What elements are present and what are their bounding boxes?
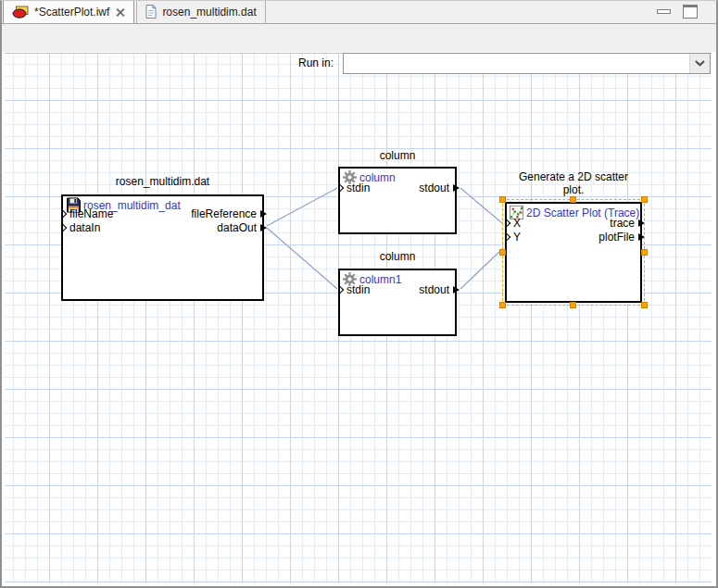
- output-arrow-icon: [260, 210, 267, 218]
- selection-handle-bottom-left[interactable]: [499, 302, 506, 308]
- port-label: Y: [513, 231, 521, 244]
- output-port-fileReference[interactable]: fileReference: [191, 207, 262, 220]
- workflow-canvas[interactable]: rosen_multidim.dat rosen_multidim_dat: [5, 53, 712, 583]
- tab-rosen-multidim-dat[interactable]: rosen_multidim.dat: [136, 0, 265, 23]
- output-arrow-icon: [638, 219, 645, 227]
- selection-handle-top-right[interactable]: [641, 196, 648, 203]
- input-arrow-icon: [503, 219, 510, 227]
- selection-handle-mid-left[interactable]: [499, 249, 506, 256]
- node-caption: rosen_multidim.dat: [61, 175, 264, 188]
- input-port-x[interactable]: X: [507, 217, 521, 230]
- node-column[interactable]: column stdin stdout: [338, 167, 457, 234]
- output-port-trace[interactable]: trace: [610, 217, 640, 230]
- selection-handle-top-center[interactable]: [570, 196, 576, 203]
- wire-column1-stdout-to-y[interactable]: [460, 249, 502, 289]
- input-port-fileName[interactable]: fileName: [63, 207, 113, 220]
- input-port-y[interactable]: Y: [507, 231, 521, 244]
- input-arrow-icon: [336, 184, 344, 192]
- view-controls: [657, 0, 718, 23]
- run-in-label: Run in:: [273, 56, 334, 69]
- output-port-dataOut[interactable]: dataOut: [217, 221, 262, 234]
- input-arrow-icon: [59, 210, 67, 218]
- combo-dropdown-button[interactable]: [689, 54, 710, 73]
- output-arrow-icon: [638, 233, 645, 241]
- port-label: X: [513, 217, 521, 230]
- input-arrow-icon: [59, 224, 67, 231]
- port-label: dataIn: [69, 221, 100, 234]
- output-arrow-icon: [453, 184, 460, 192]
- output-port-stdout[interactable]: stdout: [419, 283, 455, 296]
- output-port-plotFile[interactable]: plotFile: [598, 231, 640, 244]
- port-label: stdin: [346, 181, 370, 194]
- tab-label: *ScatterPlot.iwf: [34, 6, 109, 19]
- maximize-icon[interactable]: [683, 5, 698, 19]
- minimize-icon[interactable]: [657, 9, 671, 14]
- node-column1[interactable]: column1 stdin stdout: [338, 269, 457, 336]
- editor-tab-bar: *ScatterPlot.iwf rosen_multidim.dat: [0, 0, 718, 24]
- node-rosen-multidim-dat[interactable]: rosen_multidim_dat fileName dataIn fileR…: [61, 194, 264, 301]
- input-arrow-icon: [503, 233, 510, 241]
- port-label: plotFile: [598, 231, 635, 244]
- selection-handle-bottom-right[interactable]: [641, 302, 648, 308]
- tab-label: rosen_multidim.dat: [162, 6, 256, 19]
- selection-handle-top-left[interactable]: [499, 196, 506, 203]
- selection-handle-bottom-center[interactable]: [570, 302, 576, 308]
- run-in-combobox[interactable]: [343, 53, 711, 74]
- node-caption: column: [338, 250, 457, 263]
- run-toolbar: Run in:: [0, 24, 718, 52]
- selection-handle-mid-right[interactable]: [641, 249, 648, 256]
- port-label: dataOut: [217, 221, 257, 234]
- port-label: fileName: [69, 207, 113, 220]
- node-caption: Generate a 2D scatter plot.: [509, 170, 638, 196]
- tab-scatterplot-iwf[interactable]: *ScatterPlot.iwf: [3, 0, 134, 23]
- input-arrow-icon: [336, 286, 344, 294]
- text-file-icon: [145, 5, 157, 19]
- output-arrow-icon: [260, 224, 267, 231]
- output-arrow-icon: [453, 286, 460, 294]
- output-port-stdout[interactable]: stdout: [419, 181, 455, 194]
- port-label: stdin: [346, 283, 370, 296]
- workflow-editor-window: *ScatterPlot.iwf rosen_multidim.dat Run …: [0, 0, 718, 588]
- node-2d-scatter-plot[interactable]: 2D Scatter Plot (Trace) X Y trace plotFi…: [505, 202, 642, 303]
- port-label: trace: [610, 217, 635, 230]
- run-in-value[interactable]: [344, 54, 689, 73]
- wire-dataout-to-column-stdin[interactable]: [267, 188, 337, 226]
- editor-content: rosen_multidim.dat rosen_multidim_dat: [2, 52, 716, 586]
- wire-dataout-to-column1-stdin[interactable]: [267, 228, 337, 289]
- workflow-icon: [12, 6, 29, 19]
- port-label: stdout: [419, 283, 449, 296]
- input-port-stdin[interactable]: stdin: [340, 283, 370, 296]
- input-port-dataIn[interactable]: dataIn: [63, 221, 100, 234]
- chevron-down-icon: [695, 60, 705, 67]
- node-caption: column: [338, 149, 457, 162]
- input-port-stdin[interactable]: stdin: [340, 181, 370, 194]
- close-icon[interactable]: [115, 7, 125, 18]
- wire-column-stdout-to-x[interactable]: [460, 188, 502, 223]
- port-label: stdout: [419, 181, 449, 194]
- port-label: fileReference: [191, 207, 257, 220]
